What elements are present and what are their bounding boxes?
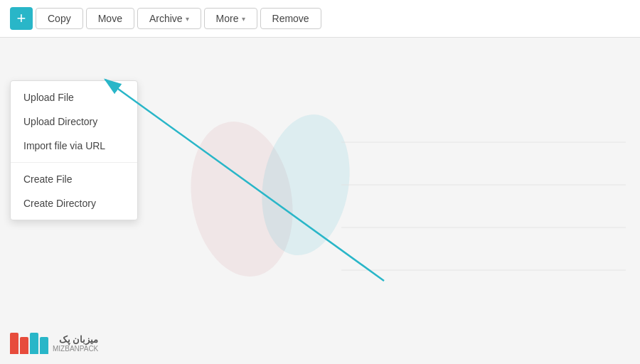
logo-bar-teal2: [40, 337, 48, 354]
more-button[interactable]: More ▾: [204, 8, 257, 29]
dropdown-menu-container: Upload File Upload Directory Import file…: [10, 80, 138, 220]
logo-text-fa: میزبان پک: [53, 334, 98, 345]
dropdown-item-upload-directory[interactable]: Upload Directory: [11, 109, 137, 134]
logo-bar-red: [10, 333, 18, 354]
archive-button[interactable]: Archive ▾: [137, 8, 201, 29]
logo-icon: [10, 333, 48, 354]
remove-button[interactable]: Remove: [260, 8, 321, 29]
logo-area: میزبان پک MIZBANPACK: [10, 333, 98, 354]
dropdown-item-upload-file[interactable]: Upload File: [11, 85, 137, 109]
logo-text-en: MIZBANPACK: [53, 345, 98, 353]
logo-bar-red2: [20, 337, 28, 354]
logo-text-container: میزبان پک MIZBANPACK: [53, 334, 98, 353]
dropdown-divider: [11, 162, 137, 163]
add-button[interactable]: +: [10, 7, 33, 30]
more-chevron-icon: ▾: [242, 15, 245, 23]
dropdown-item-import-url[interactable]: Import file via URL: [11, 134, 137, 158]
dropdown-menu: Upload File Upload Directory Import file…: [10, 80, 138, 220]
toolbar: + Copy Move Archive ▾ More ▾ Remove: [0, 0, 640, 38]
archive-chevron-icon: ▾: [186, 15, 189, 23]
main-content: Upload File Upload Directory Import file…: [0, 38, 640, 359]
dropdown-item-create-file[interactable]: Create File: [11, 167, 137, 191]
logo-bar-teal: [30, 333, 38, 354]
copy-button[interactable]: Copy: [36, 8, 83, 29]
move-button[interactable]: Move: [86, 8, 134, 29]
dropdown-item-create-directory[interactable]: Create Directory: [11, 191, 137, 215]
